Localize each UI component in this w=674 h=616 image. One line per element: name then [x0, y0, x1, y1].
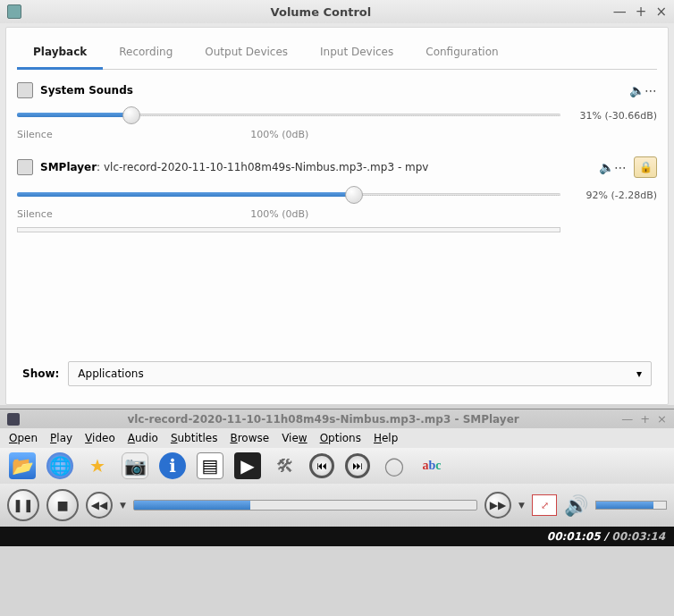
- tab-bar: Playback Recording Output Devices Input …: [17, 37, 657, 70]
- tab-output-devices[interactable]: Output Devices: [189, 37, 304, 69]
- menu-audio[interactable]: Audio: [128, 432, 158, 444]
- status-bar: 00:01:05 / 00:03:14: [0, 527, 674, 546]
- menu-open[interactable]: Open: [9, 432, 38, 444]
- vc-body: Playback Recording Output Devices Input …: [5, 27, 669, 405]
- maximize-button[interactable]: +: [640, 412, 650, 426]
- menu-options[interactable]: Options: [320, 432, 361, 444]
- favorites-icon[interactable]: ★: [84, 452, 111, 479]
- stream-name: System Sounds: [40, 84, 133, 97]
- window-buttons: — + ×: [613, 4, 667, 20]
- volume-slider-row: 92% (-2.28dB): [17, 187, 657, 203]
- youtube-icon[interactable]: ▶: [234, 452, 261, 479]
- slider-thumb[interactable]: [122, 106, 140, 124]
- speaker-icon[interactable]: 🔊: [564, 494, 588, 517]
- repeat-icon[interactable]: ◯: [381, 452, 408, 479]
- menu-subtitles[interactable]: Subtitles: [171, 432, 218, 444]
- lock-channels-button[interactable]: 🔒: [634, 156, 657, 178]
- show-select-value: Applications: [78, 367, 143, 380]
- system-sounds-icon: [17, 82, 33, 98]
- stop-button[interactable]: ■: [46, 489, 79, 521]
- open-url-icon[interactable]: 🌐: [46, 452, 73, 479]
- info-icon[interactable]: ℹ: [159, 452, 186, 479]
- slider-thumb[interactable]: [345, 186, 363, 204]
- stream-name: SMPlayer: [40, 161, 97, 173]
- vc-titlebar[interactable]: Volume Control — + ×: [0, 0, 674, 23]
- window-title: vlc-record-2020-11-10-11h08m49s-Nimbus.m…: [25, 413, 621, 426]
- tab-playback[interactable]: Playback: [17, 37, 103, 70]
- time-current: 00:01:05: [547, 530, 601, 543]
- minimize-button[interactable]: —: [621, 412, 633, 426]
- label-silence: Silence: [17, 129, 53, 140]
- open-file-icon[interactable]: 📂: [9, 452, 36, 479]
- menu-help[interactable]: Help: [374, 432, 398, 444]
- menubar: Open Play Video Audio Subtitles Browse V…: [0, 428, 674, 448]
- seek-fill: [134, 501, 250, 510]
- window-buttons: — + ×: [621, 412, 667, 426]
- volume-fill: [596, 502, 653, 509]
- time-total: 00:03:14: [611, 530, 665, 543]
- label-100pct: 100% (0dB): [250, 208, 308, 220]
- time-sep: /: [601, 530, 612, 543]
- smplayer-window: vlc-record-2020-11-10-11h08m49s-Nimbus.m…: [0, 409, 674, 546]
- volume-control-app-icon: [7, 4, 21, 19]
- fullscreen-button[interactable]: ⤢: [532, 494, 557, 516]
- label-100pct: 100% (0dB): [250, 129, 308, 140]
- smplayer-app-icon: [17, 159, 33, 175]
- tab-input-devices[interactable]: Input Devices: [304, 37, 409, 69]
- menu-browse[interactable]: Browse: [230, 432, 269, 444]
- maximize-button[interactable]: +: [636, 4, 647, 20]
- pause-button[interactable]: ❚❚: [7, 489, 39, 521]
- volume-readout: 31% (-30.66dB): [571, 110, 657, 122]
- rewind-button[interactable]: ◀◀: [86, 492, 113, 519]
- subtitle-download-icon[interactable]: abc: [418, 452, 445, 479]
- playlist-icon[interactable]: ▤: [197, 452, 223, 479]
- volume-bar[interactable]: [595, 501, 667, 510]
- stream-smplayer: SMPlayer: vlc-record-2020-11-10-11h08m49…: [17, 156, 657, 232]
- label-silence: Silence: [17, 208, 53, 220]
- close-button[interactable]: ×: [657, 412, 667, 426]
- stream-name-wrap: SMPlayer: vlc-record-2020-11-10-11h08m49…: [40, 161, 428, 173]
- slider-scale-labels: Silence 100% (0dB): [17, 208, 657, 220]
- tab-configuration[interactable]: Configuration: [409, 37, 514, 69]
- preferences-icon[interactable]: 🛠: [272, 452, 299, 479]
- rewind-menu-icon[interactable]: ▼: [120, 501, 126, 510]
- stream-header: SMPlayer: vlc-record-2020-11-10-11h08m49…: [17, 156, 657, 178]
- volume-slider[interactable]: [17, 187, 560, 203]
- next-track-icon[interactable]: ⏭: [345, 453, 370, 478]
- volume-readout: 92% (-2.28dB): [571, 190, 657, 201]
- sm-titlebar[interactable]: vlc-record-2020-11-10-11h08m49s-Nimbus.m…: [0, 409, 674, 428]
- volume-control-window: Volume Control — + × Playback Recording …: [0, 0, 674, 405]
- menu-view[interactable]: View: [282, 432, 308, 444]
- smplayer-app-icon: [7, 413, 20, 426]
- slider-scale-labels: Silence 100% (0dB): [17, 129, 657, 140]
- show-select[interactable]: Applications ▾: [68, 361, 652, 386]
- stream-subtitle: : vlc-record-2020-11-10-11h08m49s-Nimbus…: [97, 161, 428, 173]
- forward-button[interactable]: ▶▶: [484, 492, 511, 519]
- tab-recording[interactable]: Recording: [103, 37, 189, 69]
- screenshot-icon[interactable]: 📷: [122, 452, 148, 479]
- volume-slider-row: 31% (-30.66dB): [17, 107, 657, 123]
- stream-system-sounds: System Sounds 🔈⋯ 31% (-30.66dB) Silence …: [17, 82, 657, 140]
- stream-header: System Sounds 🔈⋯: [17, 82, 657, 98]
- close-button[interactable]: ×: [655, 4, 667, 20]
- chevron-down-icon: ▾: [636, 367, 642, 380]
- forward-menu-icon[interactable]: ▼: [518, 501, 525, 510]
- minimize-button[interactable]: —: [613, 4, 627, 20]
- show-filter-row: Show: Applications ▾: [17, 358, 657, 390]
- window-title: Volume Control: [29, 5, 613, 19]
- level-meter: [17, 227, 560, 232]
- seek-bar[interactable]: [133, 500, 477, 511]
- mute-icon[interactable]: 🔈⋯: [629, 83, 657, 97]
- playback-controls: ❚❚ ■ ◀◀ ▼ ▶▶ ▼ ⤢ 🔊: [0, 484, 674, 527]
- prev-track-icon[interactable]: ⏮: [309, 453, 334, 478]
- volume-slider[interactable]: [17, 107, 560, 123]
- toolbar: 📂 🌐 ★ 📷 ℹ ▤ ▶ 🛠 ⏮ ⏭ ◯ abc: [0, 448, 674, 484]
- mute-icon[interactable]: 🔈⋯: [599, 160, 627, 174]
- show-label: Show:: [22, 367, 59, 380]
- menu-video[interactable]: Video: [85, 432, 115, 444]
- menu-play[interactable]: Play: [50, 432, 72, 444]
